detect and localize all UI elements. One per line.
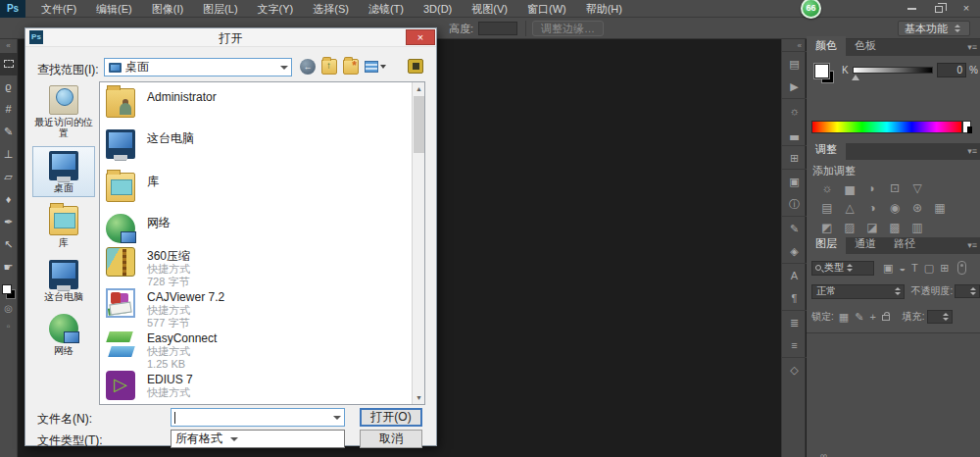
scroll-down-icon[interactable]: ▼ <box>413 391 425 404</box>
dock-expand-icon[interactable]: « <box>782 39 805 51</box>
lasso-tool[interactable]: ϱ <box>0 76 18 98</box>
info-panel-button[interactable]: ⓘ <box>782 192 807 216</box>
toolbar-collapse-icon[interactable]: « <box>6 39 10 53</box>
tab-paths[interactable]: 路径 <box>885 234 924 254</box>
clone-stamp-tool[interactable]: ⊥ <box>0 143 18 166</box>
sidebar-item[interactable]: 库 <box>32 202 95 251</box>
photo-filter-adjustment-icon[interactable]: ◉ <box>888 201 902 215</box>
quick-mask-button[interactable]: ◎ <box>0 300 18 318</box>
sidebar-item[interactable]: 这台电脑 <box>32 256 95 305</box>
path-selection-tool[interactable]: ↖ <box>0 233 18 256</box>
EasyConnect[interactable]: EasyConnect 快捷方式 1.25 KB <box>106 330 400 371</box>
black-white-adjustment-icon[interactable]: ◑ <box>865 201 879 215</box>
restore-button[interactable] <box>929 2 949 16</box>
blur-tool[interactable]: ♦ <box>0 188 18 211</box>
layer-comps-panel-button[interactable]: ≡ <box>782 333 807 357</box>
history-panel-button[interactable]: ▤ <box>782 51 807 75</box>
back-button-icon[interactable]: ← <box>300 59 316 75</box>
levels-adjustment-icon[interactable]: ▅ <box>843 181 857 195</box>
sidebar-item[interactable]: 最近访问的位置 <box>32 81 95 141</box>
lock-position-icon[interactable]: + <box>869 311 875 324</box>
dropdown-arrow-icon[interactable] <box>226 431 241 447</box>
mini-bridge-panel-button[interactable]: ▣ <box>782 169 807 192</box>
height-input[interactable] <box>478 22 517 35</box>
open-button[interactable]: 打开(O) <box>360 408 422 427</box>
file-list[interactable]: Administrator 这台电脑 库 <box>99 81 425 405</box>
menu-item[interactable]: 编辑(E) <box>86 0 142 18</box>
CAJViewer 7.2[interactable]: CAJViewer 7.2 快捷方式 577 字节 <box>106 288 400 330</box>
filter-smart-objects-icon[interactable]: ⊞ <box>940 262 949 275</box>
sidebar-item[interactable]: 桌面 <box>32 146 95 197</box>
lock-image-pixels-icon[interactable]: ✎ <box>855 311 863 324</box>
close-button[interactable]: × <box>956 2 976 16</box>
tab-color[interactable]: 颜色 <box>807 36 846 56</box>
panel-menu-icon[interactable]: ▾≡ <box>967 146 977 156</box>
lock-all-icon[interactable] <box>882 315 890 321</box>
filter-adjustment-layers-icon[interactable]: ◒ <box>899 262 906 275</box>
brightness-contrast-adjustment-icon[interactable]: ☼ <box>820 181 834 195</box>
tab-channels[interactable]: 通道 <box>846 234 885 254</box>
refine-edge-button[interactable]: 调整边缘… <box>532 21 604 36</box>
menu-item[interactable]: 帮助(H) <box>576 0 632 18</box>
brush-panel-button[interactable]: ✎ <box>782 216 807 239</box>
eraser-tool[interactable]: ▱ <box>0 166 18 188</box>
lock-transparent-pixels-icon[interactable]: ▦ <box>839 311 849 324</box>
cancel-button[interactable]: 取消 <box>360 430 422 448</box>
filter-group-layers-icon[interactable]: ▢ <box>924 262 934 275</box>
crop-tool[interactable]: # <box>0 98 18 121</box>
dialog-title-bar[interactable]: Ps 打开 × <box>25 28 436 47</box>
tab-layers[interactable]: 图层 <box>807 234 846 254</box>
menu-item[interactable]: 图像(I) <box>142 0 193 18</box>
filter-type-layers-icon[interactable]: T <box>911 262 918 275</box>
color-spectrum-ramp[interactable] <box>811 121 962 133</box>
dropdown-arrow-icon[interactable] <box>329 409 344 426</box>
filename-input[interactable] <box>171 408 345 427</box>
new-folder-icon[interactable] <box>343 59 359 75</box>
selective-color-adjustment-icon[interactable]: ▥ <box>910 221 924 234</box>
eyedropper-tool[interactable]: ✎ <box>0 121 18 143</box>
curves-adjustment-icon[interactable]: ◗ <box>865 181 879 195</box>
scrollbar-thumb[interactable] <box>414 96 424 153</box>
panel-menu-icon[interactable]: ▾≡ <box>967 240 977 250</box>
hand-tool[interactable]: ☛ <box>0 256 18 279</box>
EDIUS 7[interactable]: ▷ EDIUS 7 快捷方式 <box>106 371 400 405</box>
file-list-scrollbar[interactable]: ▲ ▼ <box>412 82 424 404</box>
color-swatches[interactable] <box>2 284 16 300</box>
Administrator[interactable]: Administrator <box>106 88 400 129</box>
character-panel-button[interactable]: A <box>782 263 807 286</box>
dropdown-arrow-icon[interactable] <box>276 59 291 76</box>
threshold-adjustment-icon[interactable]: ◪ <box>865 221 879 234</box>
preview-toggle-icon[interactable] <box>408 59 423 74</box>
menu-item[interactable]: 文件(F) <box>31 0 86 18</box>
fill-input[interactable] <box>927 310 953 324</box>
库[interactable]: 库 <box>106 173 400 214</box>
workspace-switcher-button[interactable]: 基本功能 <box>898 21 970 36</box>
dialog-close-button[interactable]: × <box>406 29 435 45</box>
foreground-color-swatch[interactable] <box>2 284 12 294</box>
k-slider[interactable] <box>853 67 933 74</box>
menu-item[interactable]: 文字(Y) <box>248 0 304 18</box>
360压缩[interactable]: 360压缩 快捷方式 728 字节 <box>106 247 400 288</box>
layer-filter-toggle[interactable] <box>957 261 966 275</box>
up-one-level-icon[interactable] <box>321 59 337 75</box>
look-in-dropdown[interactable]: 桌面 <box>104 58 292 76</box>
color-lookup-adjustment-icon[interactable]: ▦ <box>933 201 947 215</box>
tab-swatches[interactable]: 色板 <box>846 36 885 56</box>
scroll-up-icon[interactable]: ▲ <box>413 82 425 95</box>
vibrance-adjustment-icon[interactable]: ▽ <box>910 181 924 195</box>
ramp-black-swatch[interactable] <box>967 127 972 133</box>
opacity-input[interactable] <box>955 284 980 298</box>
link-layers-icon[interactable]: ∞ <box>820 450 827 457</box>
foreground-color-swatch[interactable] <box>814 64 829 78</box>
k-slider-thumb[interactable] <box>852 75 859 80</box>
view-menu-icon[interactable] <box>365 59 386 75</box>
actions-panel-button[interactable]: ▶ <box>782 75 807 98</box>
menu-item[interactable]: 选择(S) <box>303 0 359 18</box>
paragraph-panel-button[interactable]: ¶ <box>782 286 807 310</box>
layer-filter-kind-dropdown[interactable]: 类型 <box>811 261 874 276</box>
gradient-map-adjustment-icon[interactable]: ▩ <box>888 221 902 234</box>
screen-mode-button[interactable]: ▫ <box>0 318 18 335</box>
panel-menu-icon[interactable]: ▾≡ <box>967 42 977 52</box>
3d-panel-button[interactable]: ◇ <box>782 357 807 381</box>
tab-adjustments[interactable]: 调整 <box>807 140 846 160</box>
